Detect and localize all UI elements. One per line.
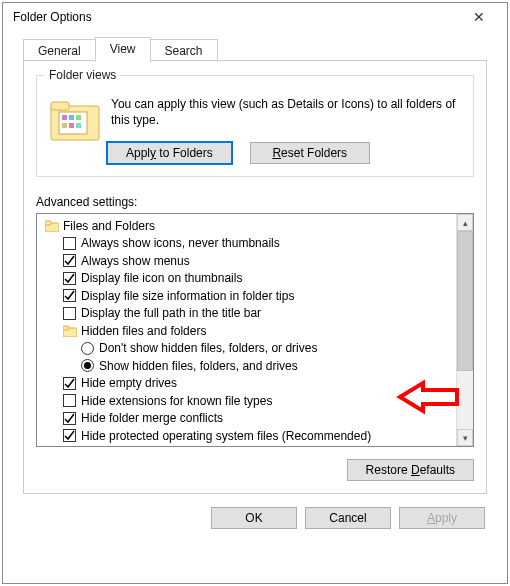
svg-rect-4 <box>69 115 74 120</box>
tree-item-always-menus[interactable]: Always show menus <box>41 253 456 269</box>
tree-label: Don't show hidden files, folders, or dri… <box>99 341 317 355</box>
svg-rect-7 <box>69 123 74 128</box>
tree-label: Files and Folders <box>63 219 155 233</box>
tree-label: Hide protected operating system files (R… <box>81 429 371 443</box>
svg-rect-3 <box>62 115 67 120</box>
dialog-button-row: OK Cancel Apply <box>3 495 507 543</box>
folder-views-icon <box>49 98 101 142</box>
titlebar: Folder Options ✕ <box>3 3 507 29</box>
tab-view[interactable]: View <box>95 37 151 61</box>
checkbox-icon <box>63 377 76 390</box>
folder-views-group: Folder views You can apply t <box>36 75 474 177</box>
reset-folders-button[interactable]: Reset Folders <box>250 142 370 164</box>
tree-label: Hide extensions for known file types <box>81 394 272 408</box>
radio-icon <box>81 359 94 372</box>
tree-viewport: Files and Folders Always show icons, nev… <box>37 214 456 446</box>
ok-button[interactable]: OK <box>211 507 297 529</box>
tree-label: Hide empty drives <box>81 376 177 390</box>
tree-item-hide-ext[interactable]: Hide extensions for known file types <box>41 393 456 409</box>
tree-group-files-folders: Files and Folders <box>41 218 456 234</box>
tree-label: Always show icons, never thumbnails <box>81 236 280 250</box>
scroll-thumb[interactable] <box>457 231 473 371</box>
apply-button[interactable]: Apply <box>399 507 485 529</box>
tree-item-file-size-tips[interactable]: Display file size information in folder … <box>41 288 456 304</box>
svg-rect-8 <box>76 123 81 128</box>
svg-rect-5 <box>76 115 81 120</box>
tree-label: Hidden files and folders <box>81 324 206 338</box>
tree-radio-dont-show-hidden[interactable]: Don't show hidden files, folders, or dri… <box>41 340 456 356</box>
svg-rect-12 <box>63 326 69 330</box>
tree-label: Show hidden files, folders, and drives <box>99 359 298 373</box>
checkbox-icon <box>63 289 76 302</box>
tree-label: Display file icon on thumbnails <box>81 271 242 285</box>
tab-strip: General View Search <box>23 37 507 61</box>
tree-label: Display file size information in folder … <box>81 289 294 303</box>
tree-item-file-icon-thumb[interactable]: Display file icon on thumbnails <box>41 270 456 286</box>
tree-label: Always show menus <box>81 254 190 268</box>
checkbox-icon <box>63 237 76 250</box>
close-icon[interactable]: ✕ <box>459 9 499 25</box>
checkbox-icon <box>63 429 76 442</box>
folder-options-window: Folder Options ✕ General View Search Fol… <box>2 2 508 584</box>
restore-defaults-button[interactable]: Restore Defaults <box>347 459 474 481</box>
tree-item-hide-os[interactable]: Hide protected operating system files (R… <box>41 428 456 444</box>
tree-label: Display the full path in the title bar <box>81 306 261 320</box>
apply-to-folders-button[interactable]: Apply to Folders <box>107 142 232 164</box>
checkbox-icon <box>63 254 76 267</box>
folder-views-legend: Folder views <box>45 68 120 82</box>
folder-views-text: You can apply this view (such as Details… <box>107 94 463 142</box>
svg-rect-1 <box>51 102 69 110</box>
tree-item-hide-merge[interactable]: Hide folder merge conflicts <box>41 410 456 426</box>
tab-body-view: Folder views You can apply t <box>23 60 487 494</box>
vertical-scrollbar[interactable]: ▴ ▾ <box>456 214 473 446</box>
checkbox-icon <box>63 412 76 425</box>
scroll-up-icon[interactable]: ▴ <box>457 214 473 231</box>
scroll-down-icon[interactable]: ▾ <box>457 429 473 446</box>
advanced-settings-label: Advanced settings: <box>36 195 474 209</box>
tree-item-full-path-title[interactable]: Display the full path in the title bar <box>41 305 456 321</box>
radio-icon <box>81 342 94 355</box>
window-title: Folder Options <box>13 10 92 24</box>
tree-label: Hide folder merge conflicts <box>81 411 223 425</box>
svg-rect-10 <box>45 221 51 225</box>
folder-icon <box>63 325 77 337</box>
tab-search[interactable]: Search <box>150 39 218 62</box>
svg-rect-6 <box>62 123 67 128</box>
tree-group-hidden: Hidden files and folders <box>41 323 456 339</box>
checkbox-icon <box>63 394 76 407</box>
folder-icon <box>45 220 59 232</box>
checkbox-icon <box>63 272 76 285</box>
advanced-settings-tree: Files and Folders Always show icons, nev… <box>36 213 474 447</box>
tree-item-always-icons[interactable]: Always show icons, never thumbnails <box>41 235 456 251</box>
tree-radio-show-hidden[interactable]: Show hidden files, folders, and drives <box>41 358 456 374</box>
tree-item-hide-empty[interactable]: Hide empty drives <box>41 375 456 391</box>
checkbox-icon <box>63 307 76 320</box>
cancel-button[interactable]: Cancel <box>305 507 391 529</box>
tab-general[interactable]: General <box>23 39 96 62</box>
